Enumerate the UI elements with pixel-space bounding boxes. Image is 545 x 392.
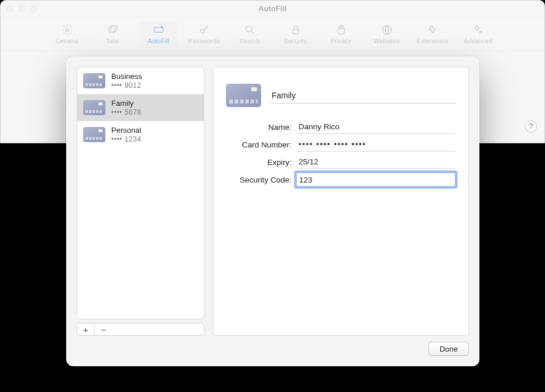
card-masked-number: •••• 1234 [111, 135, 141, 143]
card-number-input[interactable] [296, 137, 455, 152]
card-number-label: Card Number: [226, 140, 296, 149]
card-icon [83, 100, 105, 115]
svg-point-9 [479, 31, 482, 33]
card-masked-number: •••• 9012 [111, 81, 142, 90]
key-icon [198, 23, 211, 36]
gears-icon [472, 23, 485, 36]
card-name: Business [111, 72, 142, 81]
preferences-toolbar: General Tabs AutoFill Passwords Search [1, 17, 544, 51]
expiry-input[interactable] [296, 155, 455, 169]
list-add-remove: + − [77, 323, 204, 336]
svg-point-5 [246, 26, 252, 32]
svg-point-4 [200, 29, 204, 33]
svg-rect-2 [111, 25, 116, 31]
card-row-business[interactable]: Business •••• 9012 [77, 67, 204, 94]
svg-point-0 [66, 28, 68, 31]
toolbar-item-passwords[interactable]: Passwords [185, 21, 224, 47]
gear-icon [61, 23, 74, 36]
toolbar-item-label: Extensions [417, 37, 448, 44]
toolbar-item-privacy[interactable]: Privacy [322, 21, 361, 47]
window-titlebar: AutoFill [1, 1, 544, 17]
hand-icon [335, 23, 348, 36]
toolbar-item-label: AutoFill [148, 37, 169, 44]
toolbar-item-label: Tabs [106, 37, 119, 44]
svg-rect-1 [109, 27, 115, 33]
toolbar-item-label: Passwords [188, 37, 220, 44]
toolbar-item-websites[interactable]: Websites [368, 21, 406, 47]
toolbar-item-general[interactable]: General [48, 21, 87, 47]
done-button[interactable]: Done [429, 342, 469, 356]
window-title: AutoFill [1, 4, 544, 13]
toolbar-item-label: Privacy [330, 37, 351, 44]
card-row-personal[interactable]: Personal •••• 1234 [77, 121, 204, 148]
card-name: Family [111, 99, 141, 108]
toolbar-item-label: Security [284, 37, 307, 44]
expiry-label: Expiry: [226, 158, 296, 167]
toolbar-item-search[interactable]: Search [231, 21, 269, 47]
toolbar-item-advanced[interactable]: Advanced [459, 21, 498, 47]
toolbar-item-label: General [56, 37, 78, 44]
card-row-family[interactable]: Family •••• 5678 [77, 94, 204, 121]
remove-card-button[interactable]: − [95, 324, 112, 335]
svg-point-8 [475, 27, 478, 30]
card-description-input[interactable] [270, 87, 455, 104]
toolbar-item-autofill[interactable]: AutoFill [139, 21, 178, 47]
card-large-icon [226, 84, 261, 107]
credit-cards-sheet: Business •••• 9012 Family •••• 5678 Pers… [66, 56, 479, 366]
search-icon [244, 23, 256, 36]
autofill-icon [152, 23, 165, 36]
add-card-button[interactable]: + [77, 324, 95, 335]
toolbar-item-label: Advanced [464, 37, 492, 44]
tabs-icon [107, 23, 119, 36]
help-button[interactable]: ? [525, 121, 537, 132]
svg-rect-6 [293, 29, 299, 33]
cardholder-name-input[interactable] [296, 120, 455, 134]
card-masked-number: •••• 5678 [111, 108, 141, 116]
card-icon [83, 73, 105, 88]
toolbar-item-extensions[interactable]: Extensions [413, 21, 452, 47]
toolbar-item-tabs[interactable]: Tabs [94, 21, 132, 47]
card-icon [83, 127, 105, 142]
security-code-input[interactable] [296, 173, 455, 187]
toolbar-item-label: Websites [373, 37, 400, 44]
card-detail-panel: Name: Card Number: Expiry: Security Code… [212, 67, 469, 336]
globe-icon [381, 23, 393, 36]
card-list[interactable]: Business •••• 9012 Family •••• 5678 Pers… [77, 67, 204, 319]
security-code-label: Security Code: [226, 176, 296, 184]
toolbar-item-label: Search [239, 37, 260, 44]
lock-icon [289, 23, 302, 36]
card-name: Personal [111, 126, 141, 135]
toolbar-item-security[interactable]: Security [276, 21, 315, 47]
svg-rect-3 [154, 27, 163, 32]
name-label: Name: [226, 123, 296, 132]
puzzle-icon [426, 23, 439, 36]
